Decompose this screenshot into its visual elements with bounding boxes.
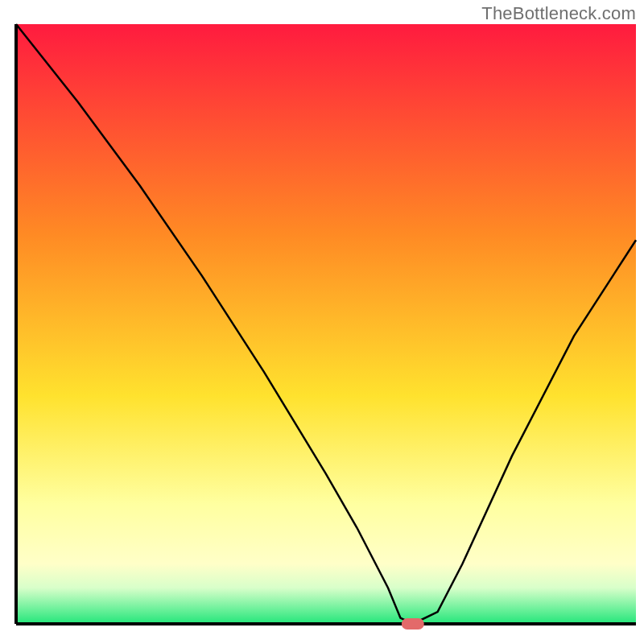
minimum-marker [402, 618, 424, 630]
chart-svg [0, 0, 644, 644]
gradient-background [16, 24, 636, 624]
plot-area [16, 24, 636, 630]
watermark-text: TheBottleneck.com [481, 3, 636, 24]
bottleneck-chart: TheBottleneck.com [0, 0, 644, 644]
